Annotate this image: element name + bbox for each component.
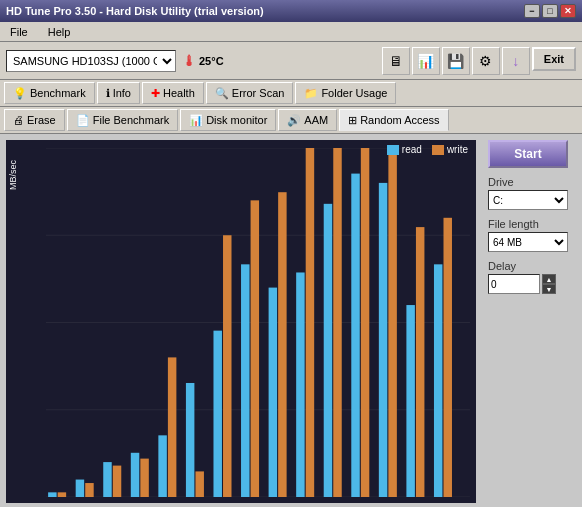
chart-area: MB/sec read write 200 150 100 50 (6, 140, 476, 503)
bar-write-10 (333, 148, 341, 497)
temperature-display: 🌡 25°C (182, 53, 224, 69)
delay-label: Delay (488, 260, 576, 272)
spinner-buttons: ▲ ▼ (542, 274, 556, 294)
title-bar: HD Tune Pro 3.50 - Hard Disk Utility (tr… (0, 0, 582, 22)
menu-help[interactable]: Help (42, 24, 77, 40)
benchmark-icon: 💡 (13, 87, 27, 100)
main-content: MB/sec read write 200 150 100 50 (0, 134, 582, 507)
temperature-value: 25°C (199, 55, 224, 67)
bar-write-7 (251, 200, 259, 497)
bar-write-13 (416, 227, 424, 497)
bar-read-9 (296, 272, 304, 497)
tab-info[interactable]: ℹ Info (97, 82, 140, 104)
delay-input[interactable] (488, 274, 540, 294)
maximize-button[interactable]: □ (542, 4, 558, 18)
toolbar-btn-5[interactable]: ↓ (502, 47, 530, 75)
thermometer-icon: 🌡 (182, 53, 196, 69)
toolbar-btn-4[interactable]: ⚙ (472, 47, 500, 75)
bar-write-4 (168, 357, 176, 497)
aam-icon: 🔊 (287, 114, 301, 127)
file-benchmark-icon: 📄 (76, 114, 90, 127)
chart-y-label: MB/sec (8, 160, 18, 190)
bar-read-0 (48, 492, 56, 497)
drive-dropdown[interactable]: C: (488, 190, 568, 210)
toolbar: SAMSUNG HD103SJ (1000 GB) 🌡 25°C 🖥 📊 💾 ⚙… (0, 42, 582, 80)
toolbar-btn-3[interactable]: 💾 (442, 47, 470, 75)
tab-file-benchmark[interactable]: 📄 File Benchmark (67, 109, 178, 131)
bar-write-14 (444, 218, 452, 497)
disk-monitor-icon: 📊 (189, 114, 203, 127)
menu-bar: File Help (0, 22, 582, 42)
file-length-section: File length 64 MB (488, 218, 576, 252)
exit-button[interactable]: Exit (532, 47, 576, 71)
tab-error-scan[interactable]: 🔍 Error Scan (206, 82, 294, 104)
delay-section: Delay ▲ ▼ (488, 260, 576, 294)
info-icon: ℹ (106, 87, 110, 100)
tabs-row1: 💡 Benchmark ℹ Info ✚ Health 🔍 Error Scan… (0, 80, 582, 107)
legend-read: read (387, 144, 422, 155)
title-bar-buttons: − □ ✕ (524, 4, 576, 18)
error-scan-icon: 🔍 (215, 87, 229, 100)
bar-write-1 (85, 483, 93, 497)
minimize-button[interactable]: − (524, 4, 540, 18)
start-button[interactable]: Start (488, 140, 568, 168)
bar-read-11 (351, 174, 359, 497)
file-length-dropdown[interactable]: 64 MB (488, 232, 568, 252)
spinner-up-button[interactable]: ▲ (542, 274, 556, 284)
bar-read-7 (241, 264, 249, 497)
bar-write-11 (361, 148, 369, 497)
drive-label: Drive (488, 176, 576, 188)
tab-erase[interactable]: 🖨 Erase (4, 109, 65, 131)
random-access-icon: ⊞ (348, 114, 357, 127)
bar-read-12 (379, 183, 387, 497)
file-length-label: File length (488, 218, 576, 230)
read-color-swatch (387, 145, 399, 155)
bar-read-1 (76, 480, 84, 497)
bar-read-6 (213, 331, 221, 497)
bar-read-3 (131, 453, 139, 497)
tab-random-access[interactable]: ⊞ Random Access (339, 109, 448, 131)
health-icon: ✚ (151, 87, 160, 100)
bar-write-3 (140, 459, 148, 497)
close-button[interactable]: ✕ (560, 4, 576, 18)
tab-disk-monitor[interactable]: 📊 Disk monitor (180, 109, 276, 131)
chart-svg: 200 150 100 50 (46, 148, 470, 497)
menu-file[interactable]: File (4, 24, 34, 40)
bar-read-4 (158, 435, 166, 497)
toolbar-btn-1[interactable]: 🖥 (382, 47, 410, 75)
bar-write-6 (223, 235, 231, 497)
bar-read-5 (186, 383, 194, 497)
bar-read-14 (434, 264, 442, 497)
bar-write-5 (195, 471, 203, 497)
bar-write-0 (58, 492, 66, 497)
bar-read-8 (269, 288, 277, 497)
tab-benchmark[interactable]: 💡 Benchmark (4, 82, 95, 104)
window-title: HD Tune Pro 3.50 - Hard Disk Utility (tr… (6, 5, 264, 17)
folder-icon: 📁 (304, 87, 318, 100)
bar-read-13 (406, 305, 414, 497)
bar-read-10 (324, 204, 332, 497)
bar-read-2 (103, 462, 111, 497)
delay-spinner: ▲ ▼ (488, 274, 576, 294)
drive-section: Drive C: (488, 176, 576, 210)
bar-write-9 (306, 148, 314, 497)
tab-health[interactable]: ✚ Health (142, 82, 204, 104)
tabs-row2: 🖨 Erase 📄 File Benchmark 📊 Disk monitor … (0, 107, 582, 134)
toolbar-icon-buttons: 🖥 📊 💾 ⚙ ↓ Exit (382, 47, 576, 75)
toolbar-btn-2[interactable]: 📊 (412, 47, 440, 75)
bar-write-12 (388, 148, 396, 497)
tab-folder-usage[interactable]: 📁 Folder Usage (295, 82, 396, 104)
spinner-down-button[interactable]: ▼ (542, 284, 556, 294)
chart-legend: read write (387, 144, 468, 155)
legend-write: write (432, 144, 468, 155)
drive-select[interactable]: SAMSUNG HD103SJ (1000 GB) (6, 50, 176, 72)
erase-icon: 🖨 (13, 114, 24, 126)
tab-aam[interactable]: 🔊 AAM (278, 109, 337, 131)
right-panel: Start Drive C: File length 64 MB Delay ▲… (482, 134, 582, 507)
write-color-swatch (432, 145, 444, 155)
bar-write-8 (278, 192, 286, 497)
bar-write-2 (113, 466, 121, 497)
